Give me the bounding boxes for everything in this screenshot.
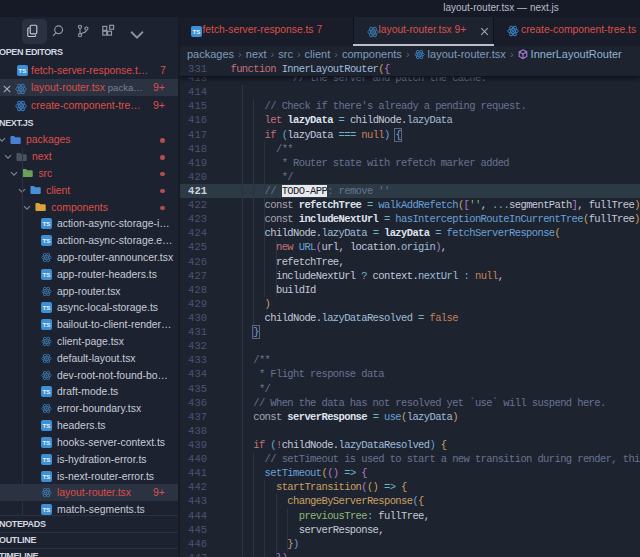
svg-text:TS: TS [19,67,27,74]
svg-text:TS: TS [43,221,51,228]
svg-text:TS: TS [43,271,51,278]
svg-text:TS: TS [43,322,51,329]
svg-text:TS: TS [43,238,51,245]
svg-text:TS: TS [43,473,51,480]
svg-text:TS: TS [43,506,51,513]
svg-text:TS: TS [43,389,51,396]
svg-text:TS: TS [193,28,201,35]
svg-text:TS: TS [43,422,51,429]
svg-text:TS: TS [43,305,51,312]
svg-text:TS: TS [43,439,51,446]
svg-text:TS: TS [43,456,51,463]
